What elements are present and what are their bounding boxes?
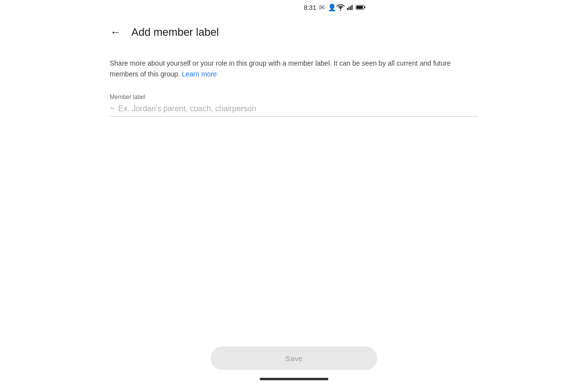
footer: Save [98,339,490,392]
time-display: 8:31 [304,4,316,11]
person-icon: 👤 [328,3,336,11]
tilde-symbol: ~ [110,104,114,113]
svg-rect-3 [350,6,351,10]
status-left: 8:31 ✉ 👤 [304,3,336,11]
member-label-input[interactable] [118,104,478,113]
signal-icon [347,4,354,11]
battery-icon [356,4,366,10]
description-text: Share more about yourself or your role i… [110,58,478,80]
back-arrow-icon: ← [110,26,121,39]
svg-rect-4 [352,5,353,10]
svg-rect-2 [348,7,349,10]
svg-point-0 [340,10,341,11]
status-bar: 8:31 ✉ 👤 [98,0,510,15]
page-container: 8:31 ✉ 👤 [98,0,490,392]
page-title: Add member label [131,26,219,39]
whatsapp-icon: ✉ [319,3,325,11]
learn-more-link[interactable]: Learn more [182,70,217,78]
member-label-field-label: Member label [110,94,478,100]
svg-rect-1 [347,8,348,10]
svg-rect-7 [365,6,366,8]
header: ← Add member label [98,15,490,50]
svg-rect-6 [357,6,363,9]
save-button[interactable]: Save [211,346,377,370]
content-area: Share more about yourself or your role i… [98,50,490,339]
member-label-input-row: ~ [110,104,478,117]
back-button[interactable]: ← [106,23,125,42]
status-right [336,4,366,11]
home-indicator [260,378,328,380]
wifi-icon [336,4,345,11]
